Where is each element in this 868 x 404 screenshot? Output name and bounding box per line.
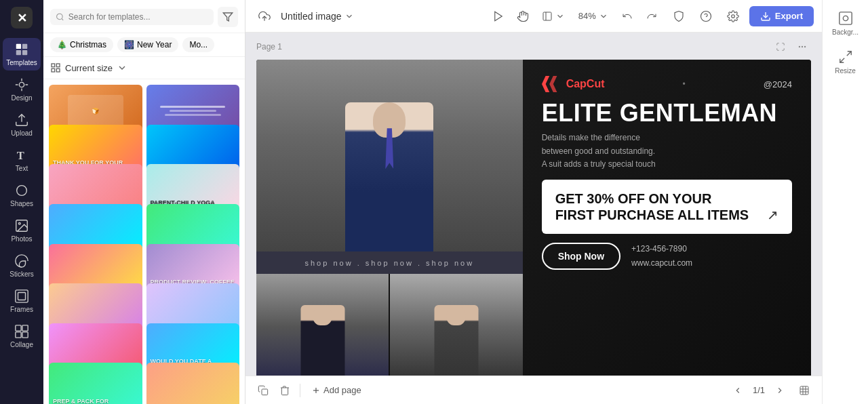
sidebar-item-templates[interactable]: Templates	[3, 38, 41, 70]
sidebar-item-stickers[interactable]: Stickers	[3, 249, 41, 282]
svg-rect-14	[16, 325, 21, 331]
list-item[interactable]: Apple Watch Band	[146, 363, 240, 404]
svg-rect-12	[16, 290, 28, 302]
svg-rect-15	[22, 325, 28, 331]
sidebar-item-design[interactable]: Design	[3, 73, 41, 106]
bottom-left: Add page	[254, 381, 723, 400]
bottom-bar: Add page 1/1	[245, 376, 822, 404]
trash-icon	[279, 385, 290, 396]
shield-button[interactable]	[668, 5, 690, 27]
current-size-label: Current size	[65, 63, 113, 73]
svg-point-9	[17, 186, 27, 196]
canvas-card[interactable]: shop now . shop now . shop now	[256, 60, 811, 376]
svg-rect-22	[52, 68, 55, 72]
shop-now-button[interactable]: Shop Now	[542, 243, 620, 270]
chevron-down-icon	[344, 12, 354, 21]
add-page-button[interactable]: Add page	[306, 382, 367, 398]
model-photo-2	[256, 274, 389, 376]
main-area: Untitled image	[245, 0, 822, 404]
sidebar-item-upload[interactable]: Upload	[3, 108, 41, 141]
tag-new-year-label: New Year	[137, 40, 172, 49]
svg-point-33	[802, 46, 803, 47]
undo-button[interactable]	[616, 5, 638, 27]
sidebar-item-collage[interactable]: Collage	[3, 320, 41, 352]
sidebar-item-frames[interactable]: Frames	[3, 285, 41, 317]
play-button[interactable]	[488, 5, 509, 27]
sidebar-shapes-label: Shapes	[10, 200, 33, 207]
export-button[interactable]: Export	[749, 6, 814, 26]
svg-rect-21	[56, 64, 60, 67]
doc-title[interactable]: Untitled image	[281, 11, 354, 22]
ad-offer-box: GET 30% OFF ON YOUR FIRST PURCHASE ALL I…	[542, 180, 792, 234]
svg-text:T: T	[17, 149, 24, 162]
sidebar-item-photos[interactable]: Photos	[3, 214, 41, 247]
divider	[300, 384, 300, 397]
svg-marker-25	[495, 12, 502, 21]
svg-point-11	[18, 222, 20, 224]
resize-button[interactable]: Resize	[827, 44, 865, 80]
export-icon	[760, 11, 771, 22]
view-mode-button[interactable]	[536, 8, 570, 24]
redo-button[interactable]	[641, 5, 663, 27]
svg-point-40	[843, 16, 848, 20]
settings-button[interactable]	[722, 5, 744, 27]
play-icon	[492, 10, 505, 22]
svg-rect-38	[800, 386, 808, 395]
zoom-button[interactable]: 84%	[573, 8, 614, 24]
hand-tool-button[interactable]	[512, 5, 534, 27]
view-icon	[542, 11, 553, 22]
zoom-level: 84%	[578, 11, 596, 21]
app-logo[interactable]: ✕	[9, 5, 34, 30]
year-label: @2024	[764, 79, 792, 89]
offer-arrow-icon: ↗	[767, 207, 778, 223]
bottom-right: 1/1	[728, 381, 814, 400]
svg-rect-17	[22, 332, 28, 338]
resize-label: Resize	[835, 67, 856, 75]
doc-title-text: Untitled image	[281, 11, 342, 22]
right-panel: Backgr... Resize	[822, 0, 868, 404]
fit-page-button[interactable]	[795, 381, 814, 400]
chevron-right-icon	[775, 386, 785, 395]
chevron-down-icon	[555, 12, 565, 21]
undo-icon	[622, 11, 633, 22]
toolbar-left: Untitled image	[254, 5, 482, 27]
sidebar-item-shapes[interactable]: Shapes	[3, 179, 41, 211]
svg-rect-26	[543, 12, 551, 20]
svg-rect-23	[56, 68, 60, 72]
delete-button[interactable]	[275, 381, 294, 400]
prev-page-button[interactable]	[728, 381, 747, 400]
page-expand-button[interactable]	[772, 38, 789, 56]
svg-text:✕: ✕	[17, 12, 27, 25]
export-label: Export	[775, 11, 803, 21]
current-size-selector[interactable]: Current size	[43, 57, 245, 79]
tag-new-year[interactable]: 🎆 New Year	[117, 37, 178, 52]
sidebar-collage-label: Collage	[10, 341, 33, 348]
tag-more-label: Mo...	[189, 40, 208, 49]
next-page-button[interactable]	[770, 381, 789, 400]
svg-marker-19	[223, 13, 232, 21]
main-model-photo	[256, 60, 523, 251]
help-button[interactable]	[695, 5, 717, 27]
background-button[interactable]: Backgr...	[827, 5, 865, 41]
page-label: Page 1	[256, 42, 282, 52]
tag-christmas-label: Christmas	[70, 40, 106, 49]
svg-rect-2	[16, 44, 21, 49]
redo-icon	[646, 11, 657, 22]
fit-icon	[799, 385, 810, 396]
sidebar-frames-label: Frames	[10, 306, 33, 313]
hand-icon	[517, 10, 529, 22]
cloud-save-button[interactable]	[254, 5, 275, 27]
capcut-logo: CapCut	[542, 76, 605, 92]
bottom-photos	[256, 274, 523, 376]
copy-button[interactable]	[254, 381, 273, 400]
page-more-button[interactable]	[793, 38, 811, 56]
list-item[interactable]: PREP & PACK FOR VACATION	[49, 363, 142, 404]
sidebar-item-text[interactable]: T Text	[3, 144, 41, 176]
help-icon	[700, 10, 712, 22]
model-photo-3	[390, 274, 522, 376]
tag-more[interactable]: Mo...	[182, 37, 214, 52]
ad-cta-row: Shop Now +123-456-7890 www.capcut.com	[542, 242, 792, 270]
tag-christmas[interactable]: 🎄 Christmas	[50, 37, 113, 52]
search-input[interactable]	[68, 12, 208, 22]
filter-button[interactable]	[218, 7, 238, 27]
